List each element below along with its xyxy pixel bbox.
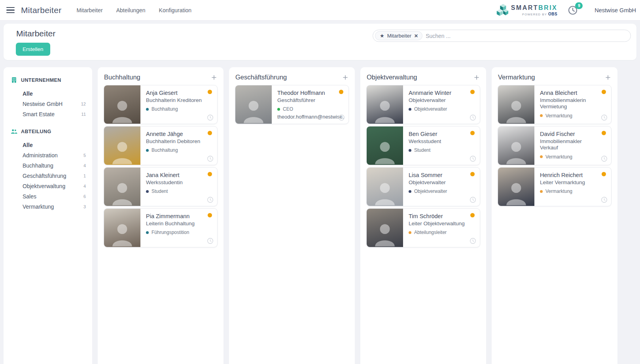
sidebar-item-unternehmen-alle[interactable]: Alle bbox=[11, 89, 87, 99]
employee-name[interactable]: Ben Gieser bbox=[409, 131, 470, 137]
logo-wordmark: SMARTBRIX bbox=[511, 4, 558, 11]
schedule-activity-icon[interactable] bbox=[470, 196, 476, 203]
search-input[interactable] bbox=[426, 33, 626, 39]
schedule-activity-icon[interactable] bbox=[207, 114, 214, 121]
employee-name[interactable]: Anja Giesert bbox=[146, 90, 207, 96]
employee-tag: Objektverwalter bbox=[409, 189, 470, 194]
schedule-activity-icon[interactable] bbox=[470, 114, 476, 121]
tag-label: Abteilungsleiter bbox=[414, 230, 447, 235]
employee-name[interactable]: Annette Jähge bbox=[146, 131, 207, 137]
employee-card[interactable]: Anja Giesert Buchhalterin Kreditoren Buc… bbox=[104, 85, 218, 124]
sidebar-item-vermarktung[interactable]: Vermarktung 3 bbox=[11, 202, 87, 212]
menu-item-abteilungen[interactable]: Abteilungen bbox=[116, 0, 146, 21]
employee-card[interactable]: Henrich Reichert Leiter Vermarktung Verm… bbox=[498, 167, 612, 206]
tag-dot-icon bbox=[409, 149, 411, 152]
tag-label: Buchhaltung bbox=[151, 147, 178, 153]
tag-dot-icon bbox=[146, 108, 149, 111]
person-silhouette-icon bbox=[239, 98, 268, 124]
employee-name[interactable]: Anna Bleichert bbox=[540, 90, 601, 96]
schedule-activity-icon[interactable] bbox=[601, 114, 608, 121]
sidebar-item-count: 3 bbox=[83, 204, 86, 209]
employee-photo bbox=[104, 126, 140, 165]
schedule-activity-icon[interactable] bbox=[207, 196, 214, 203]
employee-photo bbox=[235, 85, 272, 124]
schedule-activity-icon[interactable] bbox=[601, 196, 608, 203]
sidebar-item-geschaeftsfuehrung[interactable]: Geschäftsführung 1 bbox=[11, 171, 87, 181]
sidebar-item-smart-estate[interactable]: Smart Estate 11 bbox=[11, 109, 87, 119]
employee-job-title: Buchhalterin Kreditoren bbox=[146, 97, 207, 104]
schedule-activity-icon[interactable] bbox=[470, 155, 476, 162]
schedule-activity-icon[interactable] bbox=[207, 155, 214, 162]
employee-photo bbox=[498, 85, 534, 124]
sidebar-item-abteilung-alle[interactable]: Alle bbox=[11, 140, 87, 150]
presence-status-dot bbox=[602, 172, 606, 176]
employee-card[interactable]: Annette Jähge Buchhalterin Debitoren Buc… bbox=[104, 126, 218, 165]
employee-name[interactable]: Henrich Reichert bbox=[540, 172, 601, 178]
sidebar-item-label: Alle bbox=[23, 91, 33, 97]
sidebar-item-label: Smart Estate bbox=[23, 111, 55, 117]
employee-card[interactable]: David Fischer Immobilienmakler Verkauf V… bbox=[498, 126, 612, 165]
employee-name[interactable]: Jana Kleinert bbox=[146, 172, 207, 178]
employee-card[interactable]: Anna Bleichert Immobilienmaklerin Vermie… bbox=[498, 85, 612, 124]
employee-card[interactable]: Lisa Sommer Objektverwalter Objektverwal… bbox=[366, 167, 480, 206]
kanban-column-buchhaltung: Buchhaltung Anja Giesert Buchhalterin Kr… bbox=[98, 67, 223, 364]
person-silhouette-icon bbox=[108, 180, 136, 206]
tag-label: Student bbox=[151, 189, 168, 194]
employee-tag: Abteilungsleiter bbox=[409, 230, 470, 235]
employee-card[interactable]: Jana Kleinert Werksstudentin Student bbox=[104, 167, 218, 206]
menu-item-konfiguration[interactable]: Konfiguration bbox=[159, 0, 192, 21]
sidebar-item-label: Sales bbox=[23, 193, 36, 200]
main-menu: Mitarbeiter Abteilungen Konfiguration bbox=[77, 0, 192, 21]
employee-card[interactable]: Pia Zimmermann Leiterin Buchhaltung Führ… bbox=[104, 208, 218, 247]
facet-remove-icon[interactable]: ✕ bbox=[414, 33, 418, 39]
employee-job-title: Objektverwalter bbox=[409, 97, 470, 104]
employee-name[interactable]: Theodor Hoffmann bbox=[277, 90, 344, 96]
person-silhouette-icon bbox=[108, 139, 136, 165]
employee-card[interactable]: Theodor Hoffmann Geschäftsführer CEO the… bbox=[235, 85, 349, 124]
sidebar-item-administration[interactable]: Administration 5 bbox=[11, 150, 87, 160]
schedule-activity-icon[interactable] bbox=[338, 114, 345, 121]
column-title: Objektverwaltung bbox=[367, 74, 417, 81]
activity-clock-button[interactable]: 9 bbox=[568, 5, 578, 15]
employee-name[interactable]: Pia Zimmermann bbox=[146, 213, 207, 219]
sidebar-item-sales[interactable]: Sales 6 bbox=[11, 191, 87, 202]
employee-card[interactable]: Ben Gieser Werksstudent Student bbox=[366, 126, 480, 165]
search-bar[interactable]: ★ Mitarbeiter ✕ bbox=[373, 30, 631, 42]
employee-card[interactable]: Annmarie Winter Objektverwalter Objektve… bbox=[366, 85, 480, 124]
tag-dot-icon bbox=[540, 155, 543, 158]
employee-job-title: Immobilienmaklerin Vermietung bbox=[540, 97, 601, 110]
column-title: Vermarktung bbox=[498, 74, 535, 81]
employee-card[interactable]: Tim Schröder Leiter Objektverwaltung Abt… bbox=[366, 208, 480, 247]
add-card-button[interactable] bbox=[343, 75, 348, 80]
tag-dot-icon bbox=[409, 190, 411, 193]
add-card-button[interactable] bbox=[606, 75, 610, 80]
schedule-activity-icon[interactable] bbox=[470, 238, 476, 244]
plus-icon bbox=[343, 75, 348, 80]
employee-name[interactable]: Tim Schröder bbox=[409, 213, 470, 219]
app-title: Mitarbeiter bbox=[21, 6, 62, 15]
sidebar-item-nestwise-gmbh[interactable]: Nestwise GmbH 12 bbox=[11, 99, 87, 109]
employee-name[interactable]: Annmarie Winter bbox=[409, 90, 470, 96]
employee-name[interactable]: David Fischer bbox=[540, 131, 601, 137]
create-button[interactable]: Erstellen bbox=[16, 43, 50, 56]
add-card-button[interactable] bbox=[474, 75, 479, 80]
schedule-activity-icon[interactable] bbox=[207, 238, 214, 244]
hamburger-menu-icon[interactable] bbox=[6, 7, 15, 13]
employee-name[interactable]: Lisa Sommer bbox=[409, 172, 470, 178]
logo-tagline: POWERED BY OBS bbox=[511, 12, 558, 16]
add-card-button[interactable] bbox=[212, 75, 216, 80]
sidebar-item-label: Buchhaltung bbox=[23, 162, 53, 169]
company-switcher[interactable]: Nestwise GmbH bbox=[595, 7, 636, 13]
tag-label: Führungspostition bbox=[151, 230, 189, 235]
sidebar-section-unternehmen: UNTERNEHMEN bbox=[11, 77, 87, 83]
tag-dot-icon bbox=[409, 108, 411, 111]
sidebar-item-count: 11 bbox=[81, 112, 86, 117]
menu-item-mitarbeiter[interactable]: Mitarbeiter bbox=[77, 0, 103, 21]
sidebar-item-buchhaltung[interactable]: Buchhaltung 4 bbox=[11, 160, 87, 171]
schedule-activity-icon[interactable] bbox=[601, 155, 608, 162]
employee-job-title: Objektverwalter bbox=[409, 179, 470, 186]
plus-icon bbox=[606, 75, 610, 80]
sidebar-item-objektverwaltung[interactable]: Objektverwaltung 4 bbox=[11, 181, 87, 191]
presence-status-dot bbox=[470, 131, 475, 135]
search-facet-mitarbeiter[interactable]: ★ Mitarbeiter ✕ bbox=[375, 31, 422, 40]
